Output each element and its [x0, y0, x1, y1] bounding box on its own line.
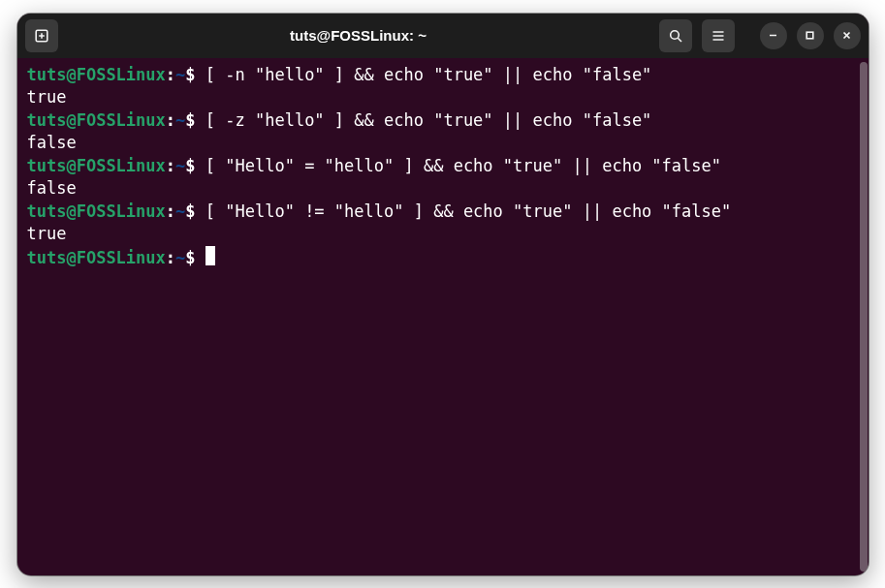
- prompt-colon: :: [166, 201, 175, 221]
- output-text: false: [27, 178, 77, 198]
- prompt-colon: :: [166, 65, 175, 84]
- prompt-user-host: tuts@FOSSLinux: [27, 65, 166, 84]
- terminal-line: tuts@FOSSLinux:~$ [ "Hello" != "hello" ]…: [27, 201, 849, 224]
- prompt-symbol: $: [185, 248, 205, 267]
- prompt-colon: :: [166, 248, 175, 267]
- minimize-icon: [767, 29, 779, 42]
- prompt: tuts@FOSSLinux:~$: [27, 156, 205, 175]
- prompt-path: ~: [175, 65, 185, 84]
- prompt-symbol: $: [185, 201, 205, 221]
- terminal-line: false: [27, 177, 849, 201]
- terminal-body: tuts@FOSSLinux:~$ [ -n "hello" ] && echo…: [17, 58, 869, 575]
- prompt-symbol: $: [185, 156, 205, 175]
- terminal-line: true: [27, 223, 849, 246]
- terminal-line: tuts@FOSSLinux:~$ [ "Hello" = "hello" ] …: [27, 155, 849, 178]
- menu-button[interactable]: [702, 19, 735, 52]
- command-text: [ -z "hello" ] && echo "true" || echo "f…: [205, 110, 652, 130]
- prompt-user-host: tuts@FOSSLinux: [27, 248, 166, 267]
- prompt: tuts@FOSSLinux:~$: [27, 248, 205, 267]
- hamburger-icon: [711, 28, 726, 44]
- minimize-button[interactable]: [760, 22, 787, 49]
- prompt-user-host: tuts@FOSSLinux: [27, 110, 166, 130]
- prompt: tuts@FOSSLinux:~$: [27, 201, 205, 221]
- output-text: true: [27, 224, 67, 243]
- search-button[interactable]: [659, 19, 692, 52]
- scrollbar-thumb[interactable]: [860, 62, 868, 572]
- terminal-output[interactable]: tuts@FOSSLinux:~$ [ -n "hello" ] && echo…: [17, 58, 859, 575]
- command-text: [ "Hello" = "hello" ] && echo "true" || …: [205, 156, 721, 175]
- titlebar: tuts@FOSSLinux: ~: [17, 14, 869, 58]
- prompt-colon: :: [166, 110, 175, 130]
- prompt: tuts@FOSSLinux:~$: [27, 110, 205, 130]
- svg-line-4: [678, 38, 681, 42]
- new-tab-icon: [34, 28, 49, 44]
- prompt-path: ~: [175, 110, 185, 130]
- prompt-path: ~: [175, 201, 185, 221]
- prompt-user-host: tuts@FOSSLinux: [27, 201, 166, 221]
- command-text: [ "Hello" != "hello" ] && echo "true" ||…: [205, 201, 731, 221]
- svg-point-3: [670, 30, 679, 39]
- new-tab-button[interactable]: [25, 19, 58, 52]
- window-title: tuts@FOSSLinux: ~: [66, 27, 651, 44]
- prompt-symbol: $: [185, 65, 205, 84]
- prompt-user-host: tuts@FOSSLinux: [27, 156, 166, 175]
- maximize-button[interactable]: [797, 22, 824, 49]
- search-icon: [668, 28, 683, 44]
- terminal-line: tuts@FOSSLinux:~$: [27, 246, 849, 270]
- prompt: tuts@FOSSLinux:~$: [27, 65, 205, 84]
- close-button[interactable]: [834, 22, 861, 49]
- command-text: [ -n "hello" ] && echo "true" || echo "f…: [205, 65, 652, 84]
- terminal-line: true: [27, 86, 849, 109]
- terminal-line: false: [27, 132, 849, 155]
- prompt-path: ~: [175, 248, 185, 267]
- prompt-symbol: $: [185, 110, 205, 130]
- scrollbar[interactable]: [859, 58, 869, 575]
- prompt-path: ~: [175, 156, 185, 175]
- terminal-line: tuts@FOSSLinux:~$ [ -n "hello" ] && echo…: [27, 64, 849, 87]
- prompt-colon: :: [166, 156, 175, 175]
- maximize-icon: [804, 29, 816, 42]
- cursor: [205, 246, 215, 265]
- output-text: false: [27, 133, 77, 152]
- close-icon: [840, 29, 853, 42]
- terminal-window: tuts@FOSSLinux: ~: [17, 14, 869, 575]
- terminal-line: tuts@FOSSLinux:~$ [ -z "hello" ] && echo…: [27, 109, 849, 133]
- svg-rect-9: [806, 32, 813, 39]
- output-text: true: [27, 87, 67, 107]
